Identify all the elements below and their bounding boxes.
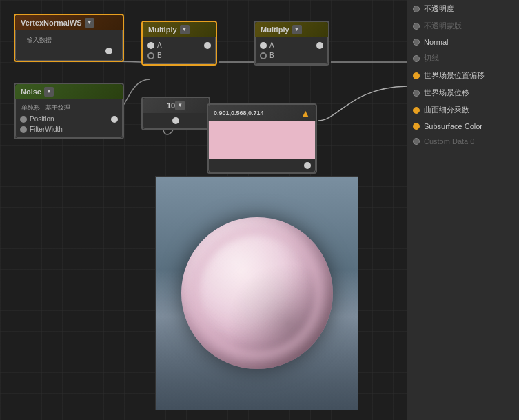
- noise-node[interactable]: Noise ▼ 单纯形 - 基于纹理 Position FilterWidth: [14, 83, 124, 139]
- panel-label-2: Normal: [424, 38, 448, 46]
- noise-dropdown[interactable]: ▼: [44, 87, 54, 97]
- vertex-normal-dropdown[interactable]: ▼: [85, 18, 94, 28]
- vertex-normal-output-port: [21, 46, 116, 56]
- multiply1-title: Multiply: [148, 26, 177, 34]
- multiply1-b-dot: [147, 52, 154, 59]
- panel-item-5[interactable]: 世界场景位移: [407, 84, 519, 101]
- color-node[interactable]: 0.901,0.568,0.714 ▲: [207, 103, 317, 174]
- number-output-port: [146, 116, 205, 126]
- panel-label-7: Subsurface Color: [424, 122, 482, 130]
- multiply2-dropdown[interactable]: ▼: [292, 25, 302, 34]
- color-swatch: [209, 121, 315, 159]
- vertex-normal-body: 输入数据: [15, 30, 123, 61]
- number-value: 10: [167, 101, 175, 110]
- multiply2-node[interactable]: Multiply ▼ A B: [254, 21, 329, 66]
- preview-background: [156, 177, 358, 410]
- noise-body: 单纯形 - 基于纹理 Position FilterWidth: [15, 99, 123, 138]
- sphere-edge-fuzz: [181, 217, 333, 369]
- vertex-normal-title: VertexNormalWS: [21, 19, 82, 27]
- panel-item-8[interactable]: Custom Data 0: [407, 134, 519, 149]
- number-body: [143, 113, 209, 129]
- noise-filterwidth-dot: [20, 126, 27, 133]
- multiply2-a-label: A: [269, 41, 274, 49]
- panel-label-4: 世界场景位置偏移: [424, 70, 485, 81]
- preview-sphere: [181, 217, 333, 369]
- number-node[interactable]: 10 ▼: [141, 97, 210, 130]
- panel-item-7[interactable]: Subsurface Color: [407, 119, 519, 134]
- panel-item-0[interactable]: 不透明度: [407, 0, 519, 17]
- vertex-normal-subtitle: 输入数据: [21, 34, 116, 46]
- color-body: [208, 121, 316, 172]
- multiply2-b-port: B: [256, 50, 327, 61]
- noise-filterwidth-port: FilterWidth: [16, 124, 122, 134]
- noise-position-dot: [20, 116, 27, 123]
- panel-item-4[interactable]: 世界场景位置偏移: [407, 67, 519, 84]
- panel-item-3[interactable]: 切线: [407, 50, 519, 67]
- multiply1-a-dot: [147, 42, 154, 49]
- panel-dot-5: [413, 90, 420, 97]
- node-editor: VertexNormalWS ▼ 输入数据 Noise ▼ 单纯形 - 基于纹理…: [0, 0, 407, 420]
- noise-header: Noise ▼: [15, 84, 123, 99]
- color-output-port: [209, 159, 315, 172]
- panel-label-3: 切线: [424, 53, 439, 63]
- multiply2-b-dot: [260, 52, 267, 59]
- panel-dot-2: [413, 39, 420, 46]
- multiply1-output-dot: [204, 42, 211, 49]
- panel-label-6: 曲面细分乘数: [424, 105, 469, 115]
- multiply1-b-label: B: [157, 52, 162, 59]
- color-up-arrow[interactable]: ▲: [301, 108, 310, 119]
- color-value: 0.901,0.568,0.714: [214, 110, 264, 117]
- panel-dot-0: [413, 6, 420, 12]
- multiply2-body: A B: [255, 37, 328, 64]
- right-panel: 不透明度不透明蒙版Normal切线世界场景位置偏移世界场景位移曲面细分乘数Sub…: [407, 0, 519, 420]
- noise-title: Noise: [21, 88, 41, 96]
- panel-dot-6: [413, 107, 420, 114]
- multiply1-body: A B: [143, 37, 216, 64]
- multiply1-b-port: B: [143, 50, 215, 61]
- panel-label-5: 世界场景位移: [424, 88, 469, 98]
- panel-dot-8: [413, 138, 420, 145]
- panel-label-1: 不透明蒙版: [424, 21, 462, 31]
- panel-dot-4: [413, 72, 420, 79]
- vertex-normal-node[interactable]: VertexNormalWS ▼ 输入数据: [14, 14, 124, 62]
- color-header: 0.901,0.568,0.714 ▲: [208, 105, 316, 121]
- number-output-dot: [172, 117, 179, 124]
- noise-filterwidth-label: FilterWidth: [30, 126, 63, 133]
- number-dropdown[interactable]: ▼: [175, 101, 185, 110]
- noise-subtitle: 单纯形 - 基于纹理: [16, 102, 122, 114]
- noise-position-port: Position: [16, 114, 122, 124]
- panel-label-0: 不透明度: [424, 3, 454, 14]
- noise-output-dot: [111, 116, 118, 123]
- panel-items-container: 不透明度不透明蒙版Normal切线世界场景位置偏移世界场景位移曲面细分乘数Sub…: [407, 0, 519, 149]
- noise-position-label: Position: [30, 115, 54, 123]
- panel-item-6[interactable]: 曲面细分乘数: [407, 101, 519, 119]
- preview-area: [155, 176, 358, 410]
- panel-dot-1: [413, 23, 420, 30]
- multiply1-node[interactable]: Multiply ▼ A B: [141, 21, 217, 66]
- multiply1-header: Multiply ▼: [143, 22, 216, 37]
- multiply2-header: Multiply ▼: [255, 22, 328, 37]
- multiply2-output-dot: [316, 42, 323, 49]
- multiply2-title: Multiply: [261, 26, 289, 34]
- vertex-normal-header: VertexNormalWS ▼: [15, 15, 123, 30]
- multiply1-dropdown[interactable]: ▼: [180, 25, 190, 34]
- color-output-dot: [304, 162, 311, 169]
- multiply2-b-label: B: [269, 52, 274, 59]
- multiply2-a-dot: [260, 42, 267, 49]
- panel-dot-3: [413, 55, 420, 62]
- multiply1-a-port: A: [143, 40, 215, 50]
- panel-label-8: Custom Data 0: [424, 137, 474, 146]
- multiply1-a-label: A: [157, 41, 162, 49]
- panel-dot-7: [413, 123, 420, 130]
- multiply2-a-port: A: [256, 40, 327, 50]
- panel-item-2[interactable]: Normal: [407, 34, 519, 50]
- vertex-normal-output-dot: [105, 48, 112, 54]
- number-header: 10 ▼: [143, 98, 209, 113]
- panel-item-1[interactable]: 不透明蒙版: [407, 17, 519, 34]
